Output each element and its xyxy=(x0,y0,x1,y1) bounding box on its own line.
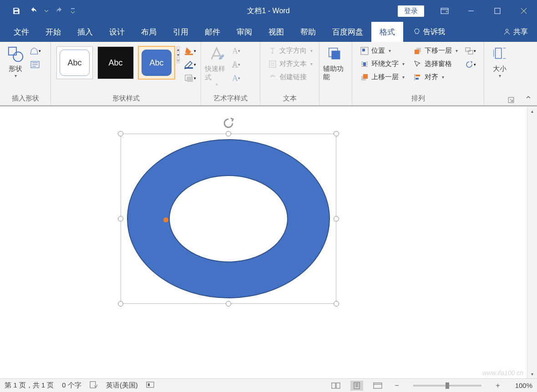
accessibility-icon xyxy=(326,45,344,63)
status-page[interactable]: 第 1 页，共 1 页 xyxy=(5,381,54,390)
svg-rect-33 xyxy=(336,383,340,388)
status-language[interactable]: 英语(美国) xyxy=(106,381,138,390)
bring-forward-button[interactable]: 上移一层▾ xyxy=(358,71,407,83)
svg-point-2 xyxy=(506,29,508,31)
handle-top[interactable] xyxy=(226,131,231,136)
size-button[interactable]: 大小 ▾ xyxy=(488,44,512,78)
tab-help[interactable]: 帮助 xyxy=(292,22,324,42)
minimize-button[interactable] xyxy=(460,2,482,20)
svg-rect-30 xyxy=(147,382,154,387)
shapes-button[interactable]: 形状 ▾ xyxy=(4,44,27,78)
handle-left[interactable] xyxy=(118,216,123,221)
tab-mailings[interactable]: 邮件 xyxy=(197,22,228,42)
svg-rect-7 xyxy=(185,67,193,69)
save-button[interactable] xyxy=(8,3,25,19)
share-label: 共享 xyxy=(513,27,528,37)
close-button[interactable] xyxy=(512,2,535,20)
shape-style-gallery: Abc Abc Abc xyxy=(55,44,177,82)
tab-design[interactable]: 设计 xyxy=(101,22,133,42)
handle-bottom-right[interactable] xyxy=(334,301,339,307)
tab-view[interactable]: 视图 xyxy=(260,22,292,42)
ribbon-display-options[interactable] xyxy=(433,2,456,20)
ribbon-tabs: 文件 开始 插入 设计 布局 引用 邮件 审阅 视图 帮助 百度网盘 格式 告诉… xyxy=(0,22,537,42)
svg-rect-21 xyxy=(415,78,419,80)
shape-selection[interactable] xyxy=(118,131,339,307)
ribbon: 形状 ▾ ▾ 插入形状 Abc Abc Abc ▴ ▾ ▿ ▾ xyxy=(0,42,537,106)
zoom-out-button[interactable]: − xyxy=(392,382,401,390)
document-area[interactable]: ▴ ▾ xyxy=(0,106,537,378)
accessibility-button[interactable]: 辅助功能 xyxy=(323,44,347,81)
zoom-slider[interactable] xyxy=(413,385,481,387)
handle-bottom[interactable] xyxy=(226,301,231,307)
handle-bottom-left[interactable] xyxy=(118,301,123,307)
tab-layout[interactable]: 布局 xyxy=(133,22,165,42)
handle-right[interactable] xyxy=(334,216,339,221)
rotate-handle[interactable] xyxy=(223,117,234,129)
shape-outline-button[interactable]: ▾ xyxy=(183,59,196,70)
shape-effects-button[interactable]: ▾ xyxy=(183,73,196,84)
qat-customize[interactable] xyxy=(68,3,77,19)
text-box-button[interactable] xyxy=(29,59,41,70)
group-button[interactable]: ▾ xyxy=(464,45,476,56)
tab-references[interactable]: 引用 xyxy=(165,22,197,42)
edit-shape-button[interactable]: ▾ xyxy=(29,45,41,56)
wrap-text-button[interactable]: 环绕文字▾ xyxy=(358,58,407,70)
style-preset-3[interactable]: Abc xyxy=(138,46,175,79)
view-print-layout[interactable] xyxy=(350,381,363,391)
donut-shape[interactable] xyxy=(125,137,332,300)
share-button[interactable]: 共享 xyxy=(494,22,537,42)
handle-top-right[interactable] xyxy=(334,131,339,136)
shape-fill-button[interactable]: ▾ xyxy=(183,45,196,56)
style-preset-1[interactable]: Abc xyxy=(56,46,93,79)
svg-rect-20 xyxy=(415,75,420,76)
tab-insert[interactable]: 插入 xyxy=(69,22,101,42)
zoom-level[interactable]: 100% xyxy=(511,382,532,389)
text-outline-button: A▾ xyxy=(230,59,243,70)
svg-rect-14 xyxy=(362,49,365,51)
shapes-icon xyxy=(7,45,24,63)
undo-dropdown[interactable] xyxy=(43,3,50,19)
adjustment-handle[interactable] xyxy=(163,217,168,222)
style-preset-2[interactable]: Abc xyxy=(97,46,134,79)
login-button[interactable]: 登录 xyxy=(398,5,424,17)
gallery-more[interactable]: ▿ xyxy=(177,58,179,63)
tab-format[interactable]: 格式 xyxy=(371,22,403,42)
scroll-up[interactable]: ▴ xyxy=(527,106,537,116)
align-button[interactable]: 对齐▾ xyxy=(411,71,461,83)
gallery-up[interactable]: ▴ xyxy=(177,47,179,52)
group-wordart-label: 艺术字样式 xyxy=(205,94,256,104)
view-read-mode[interactable] xyxy=(329,381,342,391)
svg-rect-3 xyxy=(9,47,16,55)
size-launcher[interactable] xyxy=(508,97,514,103)
status-proofing-icon[interactable] xyxy=(90,381,98,390)
redo-button[interactable] xyxy=(51,3,67,19)
handle-top-left[interactable] xyxy=(118,131,123,136)
tab-baidu[interactable]: 百度网盘 xyxy=(324,22,371,42)
status-macro-icon[interactable] xyxy=(146,382,154,389)
vertical-scrollbar[interactable]: ▴ ▾ xyxy=(527,106,537,378)
tab-home[interactable]: 开始 xyxy=(37,22,69,42)
tab-file[interactable]: 文件 xyxy=(5,22,37,42)
scroll-down[interactable]: ▾ xyxy=(527,369,537,378)
gallery-down[interactable]: ▾ xyxy=(177,52,179,58)
quick-access-toolbar xyxy=(0,3,77,19)
position-button[interactable]: 位置▾ xyxy=(358,45,407,57)
view-web-layout[interactable] xyxy=(371,381,384,391)
create-link-button: 创建链接 xyxy=(266,71,315,83)
text-direction-button: 文字方向▾ xyxy=(266,45,315,57)
svg-rect-9 xyxy=(187,76,193,82)
maximize-button[interactable] xyxy=(486,2,509,20)
undo-button[interactable] xyxy=(25,3,42,19)
send-backward-button[interactable]: 下移一层▾ xyxy=(411,45,461,57)
zoom-thumb[interactable] xyxy=(446,382,449,389)
zoom-in-button[interactable]: + xyxy=(493,382,502,390)
status-word-count[interactable]: 0 个字 xyxy=(62,381,81,390)
page[interactable] xyxy=(7,106,517,378)
collapse-ribbon-button[interactable] xyxy=(523,92,533,102)
selection-pane-button[interactable]: 选择窗格 xyxy=(411,58,461,70)
rotate-button[interactable]: ▾ xyxy=(464,59,476,70)
tab-review[interactable]: 审阅 xyxy=(228,22,260,42)
share-icon xyxy=(503,28,511,35)
svg-rect-19 xyxy=(415,50,419,54)
tell-me-search[interactable]: 告诉我 xyxy=(407,22,451,42)
